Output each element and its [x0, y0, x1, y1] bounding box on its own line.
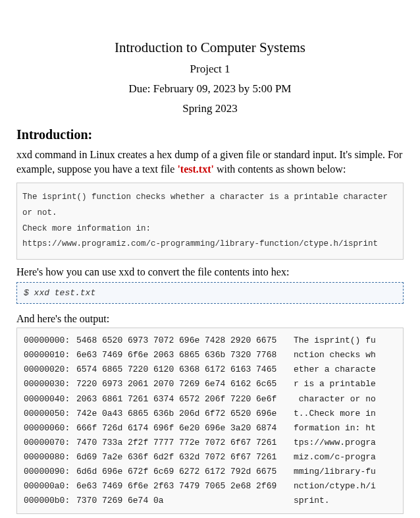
document-header: Introduction to Computer Systems Project…	[16, 40, 404, 115]
hex-address: 00000080:	[24, 450, 76, 465]
hex-bytes: 6574 6865 7220 6120 6368 6172 6163 7465	[76, 362, 294, 377]
hex-ascii: tps://www.progra	[294, 436, 376, 450]
hex-address: 00000040:	[24, 392, 76, 407]
hex-ascii: mming/library-fu	[294, 465, 376, 479]
hex-ascii: character or no	[294, 392, 376, 407]
filename-highlight: 'test.txt'	[177, 163, 214, 175]
hex-dump-row: 00000060:666f 726d 6174 696f 6e20 696e 3…	[24, 421, 396, 436]
hex-bytes: 6e63 7469 6f6e 2f63 7479 7065 2e68 2f69	[76, 479, 294, 494]
hex-ascii: nction checks wh	[294, 348, 376, 362]
intro-text-suffix: with contents as shown below:	[214, 163, 346, 175]
hex-dump-row: 00000040:2063 6861 7261 6374 6572 206f 7…	[24, 392, 396, 407]
hex-ascii: The isprint() fu	[294, 333, 376, 348]
hex-bytes: 7470 733a 2f2f 7777 772e 7072 6f67 7261	[76, 436, 294, 450]
hex-bytes: 6d6d 696e 672f 6c69 6272 6172 792d 6675	[76, 465, 294, 479]
hex-dump-row: 000000b0:7370 7269 6e74 0asprint.	[24, 494, 396, 508]
hex-dump-row: 00000070:7470 733a 2f2f 7777 772e 7072 6…	[24, 436, 396, 450]
hex-dump-row: 00000000:5468 6520 6973 7072 696e 7428 2…	[24, 333, 396, 348]
hex-dump-output: 00000000:5468 6520 6973 7072 696e 7428 2…	[16, 328, 404, 514]
hex-bytes: 6e63 7469 6f6e 2063 6865 636b 7320 7768	[76, 348, 294, 362]
hex-ascii: formation in: ht	[294, 421, 376, 436]
hex-dump-row: 00000080:6d69 7a2e 636f 6d2f 632d 7072 6…	[24, 450, 396, 465]
convert-instruction: Here's how you can use xxd to convert th…	[16, 266, 404, 278]
hex-bytes: 7220 6973 2061 2070 7269 6e74 6162 6c65	[76, 377, 294, 391]
project-title: Project 1	[16, 63, 404, 76]
course-title: Introduction to Computer Systems	[16, 40, 404, 56]
hex-dump-row: 00000020:6574 6865 7220 6120 6368 6172 6…	[24, 362, 396, 377]
hex-address: 00000070:	[24, 436, 76, 450]
hex-address: 000000a0:	[24, 479, 76, 494]
semester: Spring 2023	[16, 102, 404, 115]
hex-address: 00000000:	[24, 333, 76, 348]
hex-bytes: 666f 726d 6174 696f 6e20 696e 3a20 6874	[76, 421, 294, 436]
hex-address: 000000b0:	[24, 494, 76, 508]
due-date: Due: February 09, 2023 by 5:00 PM	[16, 82, 404, 96]
hex-address: 00000030:	[24, 377, 76, 391]
hex-ascii: t..Check more in	[294, 407, 376, 421]
file-contents-block: The isprint() function checks whether a …	[16, 183, 404, 260]
hex-bytes: 5468 6520 6973 7072 696e 7428 2920 6675	[76, 333, 294, 348]
intro-paragraph: xxd command in Linux creates a hex dump …	[16, 148, 404, 176]
hex-ascii: sprint.	[294, 494, 330, 508]
command-block: $ xxd test.txt	[16, 282, 404, 304]
output-label: And here's the output:	[16, 313, 404, 325]
hex-dump-row: 00000050:742e 0a43 6865 636b 206d 6f72 6…	[24, 407, 396, 421]
hex-dump-row: 00000030:7220 6973 2061 2070 7269 6e74 6…	[24, 377, 396, 391]
hex-ascii: nction/ctype.h/i	[294, 479, 376, 494]
hex-ascii: r is a printable	[294, 377, 376, 391]
hex-bytes: 6d69 7a2e 636f 6d2f 632d 7072 6f67 7261	[76, 450, 294, 465]
hex-address: 00000050:	[24, 407, 76, 421]
hex-bytes: 2063 6861 7261 6374 6572 206f 7220 6e6f	[76, 392, 294, 407]
hex-bytes: 7370 7269 6e74 0a	[76, 494, 294, 508]
hex-address: 00000020:	[24, 362, 76, 377]
hex-address: 00000090:	[24, 465, 76, 479]
intro-heading: Introduction:	[16, 127, 404, 142]
hex-address: 00000060:	[24, 421, 76, 436]
hex-address: 00000010:	[24, 348, 76, 362]
hex-ascii: miz.com/c-progra	[294, 450, 376, 465]
hex-bytes: 742e 0a43 6865 636b 206d 6f72 6520 696e	[76, 407, 294, 421]
hex-ascii: ether a characte	[294, 362, 376, 377]
hex-dump-row: 000000a0:6e63 7469 6f6e 2f63 7479 7065 2…	[24, 479, 396, 494]
hex-dump-row: 00000090:6d6d 696e 672f 6c69 6272 6172 7…	[24, 465, 396, 479]
hex-dump-row: 00000010:6e63 7469 6f6e 2063 6865 636b 7…	[24, 348, 396, 362]
